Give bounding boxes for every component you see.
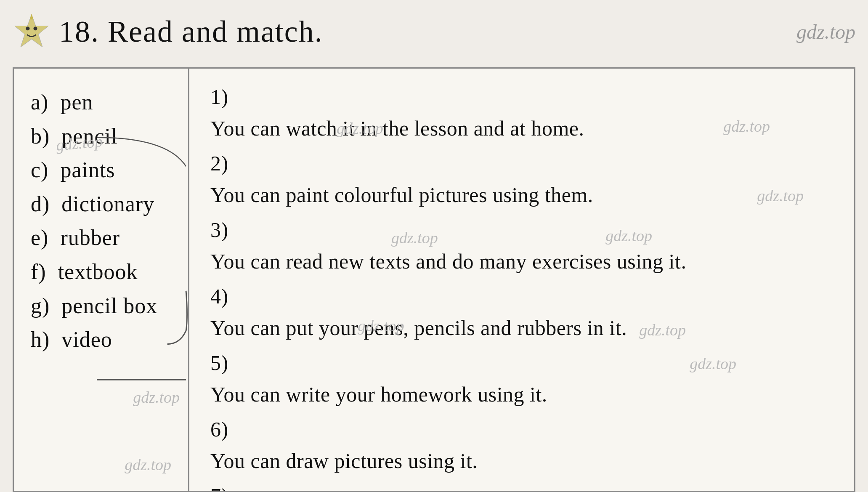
task-title: 18. Read and match. — [59, 14, 323, 49]
right-list-item-4: 4) You can put your pens, pencils and ru… — [210, 281, 837, 344]
item-number: 1) — [210, 81, 238, 113]
header-left: 18. Read and match. — [13, 13, 323, 51]
item-text: You can write your homework using it. — [210, 379, 808, 410]
item-text: You can paint colourful pictures using t… — [210, 179, 808, 211]
watermark-right-6: gdz.top — [358, 316, 404, 335]
right-list-item-3: 3) You can read new texts and do many ex… — [210, 214, 837, 277]
watermark-right-5: gdz.top — [605, 226, 652, 245]
right-panel: gdz.top gdz.top gdz.top gdz.top gdz.top … — [189, 67, 855, 492]
item-number: 4) — [210, 281, 238, 312]
left-list: a) pen b) pencil c) paints d) dictionary… — [31, 85, 175, 357]
svg-marker-3 — [30, 14, 34, 20]
right-list-item-7: 7) You can rub words and lines using it. — [210, 480, 837, 492]
watermark-right-3: gdz.top — [757, 186, 804, 205]
right-list-item-6: 6) You can draw pictures using it. — [210, 414, 837, 477]
item-text: You can watch it in the lesson and at ho… — [210, 113, 808, 144]
watermark-left-lower: gdz.top — [133, 388, 180, 407]
list-item: e) rubber — [31, 221, 175, 255]
item-number: 7) — [210, 480, 238, 492]
main-content: a) pen b) pencil c) paints d) dictionary… — [13, 67, 855, 492]
watermark-header: gdz.top — [796, 20, 855, 43]
item-text: You can draw pictures using it. — [210, 445, 808, 477]
item-number: 6) — [210, 414, 238, 445]
list-item: d) dictionary — [31, 187, 175, 221]
star-mascot-icon — [13, 13, 50, 51]
watermark-right-4: gdz.top — [391, 229, 438, 247]
item-text: You can put your pens, pencils and rubbe… — [210, 312, 808, 344]
list-item: g) pencil box — [31, 289, 175, 323]
item-number: 2) — [210, 148, 238, 179]
right-list-item-5: 5) You can write your homework using it. — [210, 347, 837, 410]
item-number: 3) — [210, 214, 238, 246]
list-item: h) video — [31, 323, 175, 357]
item-number: 5) — [210, 347, 238, 379]
item-text: You can read new texts and do many exerc… — [210, 246, 808, 277]
watermark-right-7: gdz.top — [639, 321, 686, 339]
list-item: c) paints — [31, 153, 175, 187]
page-container: 18. Read and match. gdz.top a) pen b) pe… — [0, 0, 868, 492]
right-list-item-2: 2) You can paint colourful pictures usin… — [210, 148, 837, 211]
watermark-left-bottom: gdz.top — [125, 455, 171, 474]
left-panel: a) pen b) pencil c) paints d) dictionary… — [13, 67, 189, 492]
right-list: 1) You can watch it in the lesson and at… — [210, 81, 837, 492]
list-item: a) pen — [31, 85, 175, 120]
svg-point-2 — [34, 27, 37, 30]
svg-point-1 — [26, 27, 30, 30]
list-item: f) textbook — [31, 255, 175, 289]
watermark-right-2: gdz.top — [723, 117, 770, 136]
watermark-right-1: gdz.top — [337, 119, 383, 138]
watermark-right-8: gdz.top — [690, 354, 736, 373]
header: 18. Read and match. gdz.top — [13, 8, 855, 55]
